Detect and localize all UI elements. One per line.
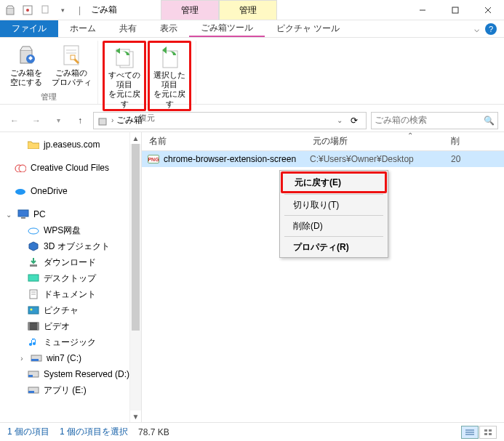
tree-item-desktop[interactable]: デスクトップ bbox=[0, 270, 141, 286]
svg-rect-21 bbox=[18, 210, 28, 217]
chevron-down-icon[interactable]: ⌄ bbox=[4, 211, 13, 219]
svg-rect-0 bbox=[7, 8, 14, 15]
tree-item-pc[interactable]: ⌄PC bbox=[0, 206, 141, 222]
status-selected-count: 1 個の項目を選択 bbox=[60, 426, 128, 438]
svg-point-19 bbox=[19, 165, 26, 172]
search-icon[interactable]: 🔍 bbox=[484, 116, 495, 126]
navigation-bar: ← → ▾ ↑ › ごみ箱 ⌄ ⟳ ごみ箱の検索 🔍 bbox=[0, 109, 504, 132]
png-file-icon: PNG bbox=[148, 155, 159, 163]
svg-rect-46 bbox=[489, 433, 492, 435]
drive-icon bbox=[28, 368, 39, 380]
cloud-icon bbox=[28, 224, 39, 236]
tab-recycle-tools[interactable]: ごみ箱ツール bbox=[189, 20, 265, 37]
restore-all-items-button[interactable]: すべての項目 を元に戻す bbox=[103, 41, 146, 111]
video-icon bbox=[28, 320, 39, 332]
refresh-button[interactable]: ⟳ bbox=[345, 116, 363, 126]
svg-rect-22 bbox=[21, 217, 25, 219]
up-button[interactable]: ↑ bbox=[71, 112, 89, 129]
qat-caret-icon[interactable]: ▾ bbox=[55, 3, 70, 17]
tab-home[interactable]: ホーム bbox=[58, 20, 108, 37]
context-menu-cut[interactable]: 切り取り(T) bbox=[281, 196, 386, 214]
chevron-right-icon[interactable]: › bbox=[17, 355, 26, 363]
ribbon-collapse-icon[interactable]: ⌵ bbox=[474, 24, 479, 34]
ribbon-group-restore: すべての項目 を元に戻す 選択した項目 を元に戻す 復元 bbox=[98, 41, 196, 104]
tree-item-system-reserved-drive[interactable]: System Reserved (D:) bbox=[0, 366, 141, 382]
context-menu-restore[interactable]: 元に戻す(E) bbox=[283, 174, 385, 191]
context-menu-properties[interactable]: プロパティ(R) bbox=[281, 238, 386, 256]
maximize-button[interactable] bbox=[439, 0, 471, 20]
restore-selected-items-button[interactable]: 選択した項目 を元に戻す bbox=[148, 41, 191, 111]
qat-properties-icon[interactable] bbox=[20, 3, 35, 17]
tree-item-easeus[interactable]: jp.easeus.com bbox=[0, 137, 141, 153]
empty-recycle-bin-button[interactable]: ごみ箱を 空にする bbox=[4, 41, 48, 90]
recycle-bin-properties-button[interactable]: ごみ箱の プロパティ bbox=[49, 41, 93, 90]
scroll-thumb[interactable] bbox=[132, 144, 140, 331]
recycle-bin-icon bbox=[4, 4, 16, 16]
tab-share[interactable]: 共有 bbox=[108, 20, 148, 37]
window-title: ごみ箱 bbox=[89, 4, 117, 16]
search-input[interactable]: ごみ箱の検索 🔍 bbox=[371, 112, 498, 129]
title-bar: ▾ | ごみ箱 管理 管理 bbox=[0, 0, 504, 20]
breadcrumb-dropdown-icon[interactable]: ⌄ bbox=[337, 116, 343, 124]
tree-item-creative-cloud[interactable]: Creative Cloud Files bbox=[0, 160, 141, 176]
creative-cloud-icon bbox=[15, 162, 26, 174]
desktop-icon bbox=[28, 272, 39, 284]
tree-item-wps[interactable]: WPS网盘 bbox=[0, 222, 141, 238]
context-menu-separator bbox=[284, 236, 383, 237]
search-placeholder: ごみ箱の検索 bbox=[375, 114, 427, 126]
document-icon bbox=[28, 288, 39, 300]
close-button[interactable] bbox=[471, 0, 504, 20]
tree-item-apps-drive[interactable]: アプリ (E:) bbox=[0, 382, 141, 398]
svg-rect-33 bbox=[37, 323, 39, 330]
breadcrumb[interactable]: › ごみ箱 ⌄ ⟳ bbox=[93, 112, 367, 129]
tree-item-onedrive[interactable]: OneDrive bbox=[0, 183, 141, 199]
svg-rect-25 bbox=[28, 275, 39, 281]
tab-picture-tools[interactable]: ピクチャ ツール bbox=[265, 20, 351, 37]
forward-button[interactable]: → bbox=[28, 112, 45, 129]
svg-rect-43 bbox=[484, 429, 487, 432]
scroll-down-icon[interactable]: ▼ bbox=[130, 410, 141, 422]
tab-file[interactable]: ファイル bbox=[0, 20, 58, 37]
status-item-count: 1 個の項目 bbox=[7, 426, 49, 438]
svg-rect-37 bbox=[28, 375, 33, 377]
tree-item-documents[interactable]: ドキュメント bbox=[0, 286, 141, 302]
status-bar: 1 個の項目 1 個の項目を選択 78.7 KB bbox=[0, 422, 504, 441]
svg-rect-45 bbox=[484, 433, 487, 435]
navigation-pane: jp.easeus.com Creative Cloud Files OneDr… bbox=[0, 132, 142, 422]
tree-item-win7-drive[interactable]: ›win7 (C:) bbox=[0, 350, 141, 366]
file-location: C:¥Users¥Owner¥Desktop bbox=[310, 154, 448, 164]
navpane-scrollbar[interactable]: ▲ ▼ bbox=[129, 132, 141, 422]
view-icons-button[interactable] bbox=[479, 426, 497, 439]
music-icon bbox=[28, 336, 39, 348]
svg-rect-32 bbox=[28, 323, 30, 330]
svg-point-20 bbox=[15, 189, 25, 195]
minimize-button[interactable] bbox=[406, 0, 439, 20]
chevron-right-icon[interactable]: › bbox=[111, 116, 113, 124]
tab-view[interactable]: 表示 bbox=[148, 20, 189, 37]
help-icon[interactable]: ? bbox=[485, 23, 497, 35]
download-icon bbox=[28, 256, 39, 268]
svg-rect-44 bbox=[489, 429, 492, 432]
svg-point-23 bbox=[28, 228, 39, 234]
qat-dropdown-icon[interactable] bbox=[38, 3, 52, 17]
tree-item-videos[interactable]: ビデオ bbox=[0, 318, 141, 334]
context-menu-delete[interactable]: 削除(D) bbox=[281, 217, 386, 235]
recycle-bin-icon bbox=[97, 115, 108, 126]
svg-rect-17 bbox=[99, 118, 106, 125]
ribbon-tabs: ファイル ホーム 共有 表示 ごみ箱ツール ピクチャ ツール ⌵ ? bbox=[0, 20, 504, 38]
status-size: 78.7 KB bbox=[138, 427, 169, 437]
tree-item-music[interactable]: ミュージック bbox=[0, 334, 141, 350]
recent-locations-button[interactable]: ▾ bbox=[49, 112, 67, 129]
view-details-button[interactable] bbox=[461, 426, 479, 439]
context-tab-recycle[interactable]: 管理 bbox=[161, 0, 219, 20]
context-tab-picture[interactable]: 管理 bbox=[219, 0, 277, 20]
picture-icon bbox=[28, 304, 39, 316]
tree-item-downloads[interactable]: ダウンロード bbox=[0, 254, 141, 270]
tree-item-3d-objects[interactable]: 3D オブジェクト bbox=[0, 238, 141, 254]
svg-rect-5 bbox=[452, 7, 458, 13]
scroll-up-icon[interactable]: ▲ bbox=[130, 132, 141, 144]
file-row[interactable]: PNGchrome-browser-extension-screen C:¥Us… bbox=[142, 151, 504, 167]
tree-item-pictures[interactable]: ピクチャ bbox=[0, 302, 141, 318]
back-button[interactable]: ← bbox=[6, 112, 23, 129]
onedrive-icon bbox=[15, 185, 26, 197]
